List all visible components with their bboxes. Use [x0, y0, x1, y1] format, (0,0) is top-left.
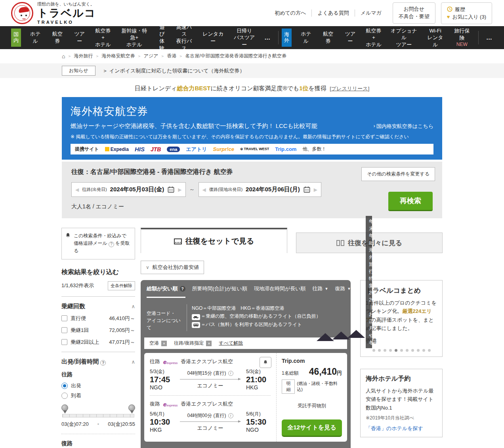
bell-icon	[263, 360, 268, 365]
nav-domestic-shinkansen-hotel[interactable]: 新幹線・特急+ ホテル	[115, 27, 153, 48]
nav-domestic-highway-bus[interactable]: 高速バス 夜行バス	[171, 24, 197, 51]
chevron-up-icon[interactable]: ∧	[131, 359, 135, 365]
chevron-down-icon: ∨	[146, 265, 149, 270]
return-departure-date: 5/6(月)	[150, 411, 174, 417]
change-conditions-button[interactable]: その他の検索条件を変更する	[361, 167, 435, 181]
nav-overseas-insurance[interactable]: 旅行保険 NEW	[449, 21, 475, 55]
breadcrumb-separator: ＞	[179, 53, 183, 59]
hotel-search-link[interactable]: 「香港」のホテルを探す	[366, 425, 423, 432]
nav-domestic-activity[interactable]: 遊び 体験	[153, 24, 171, 51]
travelko-home-link[interactable]: 理想の旅を、いちばん安く。 トラベルコ TRAVELKO	[11, 2, 96, 25]
outbound-duration: 04時間15分 (直行)	[187, 370, 226, 377]
sort-total-price[interactable]: 総額が安い順 ?	[147, 285, 185, 298]
checkbox[interactable]	[61, 327, 67, 333]
outbound-date-picker[interactable]: ◀ 往路(出発日) 2024年05月03日(金) ▶	[71, 182, 186, 197]
breadcrumb-overseas-travel[interactable]: 海外旅行	[74, 53, 93, 59]
return-cabin-class: エコノミー	[179, 425, 241, 432]
nav-domestic-rentacar[interactable]: レンタカー	[197, 31, 229, 44]
question-icon[interactable]: ?	[180, 286, 185, 292]
nav-domestic-flight[interactable]: 航空券	[46, 31, 69, 44]
remove-chip-icon[interactable]: ×	[161, 341, 167, 346]
radio[interactable]	[61, 393, 68, 399]
triangle-down-icon: ▼	[325, 287, 328, 291]
checkbox[interactable]	[61, 339, 67, 345]
info-icon[interactable]: i	[228, 371, 233, 376]
nav-divider	[278, 31, 279, 44]
filter-option-2stops[interactable]: 乗継2回以上 47,071円～	[61, 339, 135, 346]
calendar-icon[interactable]	[167, 186, 175, 193]
question-icon[interactable]: ?	[109, 242, 114, 247]
heart-icon: ♥	[447, 13, 450, 21]
filter-sidebar: この検索条件・絞込みで 価格追跡メール ? を受取る 検索結果を絞り込む 1/1…	[61, 228, 135, 448]
outbound-departure-airport: NGO	[150, 384, 174, 391]
breadcrumb-separator: ＞	[67, 53, 71, 59]
research-button[interactable]: 再検索	[388, 192, 433, 211]
nav-overseas-tour[interactable]: ツアー	[339, 31, 361, 44]
chevron-up-icon[interactable]: ∧	[131, 303, 135, 309]
nav-domestic-day-bus-tour[interactable]: 日帰り バスツアー	[229, 27, 260, 48]
sort-return-dropdown[interactable]: 復路 ▼	[335, 285, 351, 297]
price-alert-bell-button[interactable]	[260, 357, 271, 368]
filter-option-direct[interactable]: 直行便 46,410円～	[61, 315, 135, 322]
sort-duration[interactable]: 所要時間(合計)が短い順	[192, 285, 247, 297]
nav-tab-domestic[interactable]: 国内	[11, 29, 21, 47]
tab-set-view[interactable]: 往復をセットで見る	[141, 228, 287, 253]
prev-day-arrow-icon[interactable]: ◀	[202, 187, 206, 193]
checkbox[interactable]	[61, 315, 67, 321]
domestic-flights-link[interactable]: › 国内格安航空券はこちら	[373, 123, 433, 130]
header-link-mailmag[interactable]: メルマガ	[355, 10, 387, 17]
clear-all-chips-link[interactable]: すべて解除	[219, 340, 243, 347]
remove-chip-icon[interactable]: ×	[206, 341, 212, 346]
slider-track[interactable]	[62, 414, 134, 417]
airline-lowest-price-button[interactable]: ∨ 航空会社別の最安値	[141, 261, 204, 274]
nav-overseas-hotel[interactable]: ホテル	[295, 31, 317, 44]
nav-overseas-wifi[interactable]: Wi-Fi レンタル	[422, 27, 449, 48]
header-link-first-time[interactable]: 初めての方へ	[269, 10, 311, 17]
history-link[interactable]: 履歴	[447, 6, 486, 13]
favorites-link[interactable]: ♥ お気に入り (3)	[447, 13, 486, 21]
contact-button[interactable]: お問合せ 不具合・要望	[393, 2, 435, 24]
chip-label: 空港	[149, 340, 159, 347]
nav-domestic-flight-hotel[interactable]: 航空券+ ホテル	[91, 27, 115, 48]
price-detail-button[interactable]: 明細	[282, 379, 295, 394]
filter-option-label: 乗継1回	[71, 327, 89, 334]
view-all-sites-button[interactable]: 全12サイトを見る	[282, 419, 342, 437]
nav-domestic-hotel[interactable]: ホテル	[24, 31, 46, 44]
return-date-picker[interactable]: ◀ 復路(現地出発日) 2024年05月06日(月) ▶	[199, 182, 322, 197]
chip-label: 往路/復路指定	[174, 340, 204, 347]
outbound-time-slider[interactable]	[61, 403, 135, 419]
sort-stay-time[interactable]: 現地滞在時間が長い順	[254, 285, 306, 297]
nav-overseas-flight-hotel[interactable]: 航空券+ ホテル	[361, 27, 386, 48]
breadcrumb-asia[interactable]: アジア	[143, 53, 158, 59]
slider-handle-max[interactable]	[128, 404, 135, 411]
notice-link[interactable]: ＞ インボイス制度に対応した領収書について（海外航空券）	[103, 67, 245, 74]
next-day-arrow-icon[interactable]: ▶	[314, 187, 317, 193]
filter-option-1stop[interactable]: 乗継1回 72,005円～	[61, 327, 135, 334]
question-icon[interactable]: ?	[100, 360, 106, 366]
set-view-icon	[174, 238, 182, 244]
nav-overseas-optional-tour[interactable]: オプショナル ツアー	[386, 27, 422, 48]
prev-day-arrow-icon[interactable]: ◀	[75, 187, 79, 193]
nav-tab-overseas[interactable]: 海外	[282, 29, 292, 47]
press-release-link[interactable]: [プレスリリース]	[330, 86, 369, 92]
radio-selected[interactable]	[61, 383, 68, 389]
nav-domestic-tour[interactable]: ツアー	[69, 31, 91, 44]
home-icon[interactable]: ⌂	[62, 53, 65, 59]
price-alert-box[interactable]: この検索条件・絞込みで 価格追跡メール ? を受取る	[61, 228, 135, 259]
breadcrumb-cheap-flights[interactable]: 海外格安航空券	[101, 53, 135, 59]
sort-outbound-dropdown[interactable]: 往路 ▼	[313, 285, 328, 297]
outbound-arrive-radio[interactable]: 到着	[61, 392, 135, 399]
nav-more-overseas[interactable]: …	[482, 34, 497, 42]
nav-overseas-flight[interactable]: 航空券	[317, 31, 339, 44]
calendar-icon[interactable]	[303, 186, 311, 193]
outbound-depart-radio[interactable]: 出発	[61, 382, 135, 389]
slider-handle-min[interactable]	[61, 404, 68, 411]
breadcrumb-hongkong[interactable]: 香港	[167, 53, 176, 59]
next-day-arrow-icon[interactable]: ▶	[178, 187, 181, 193]
info-icon[interactable]: i	[228, 413, 233, 418]
clear-all-conditions-button[interactable]: 全条件解除	[108, 281, 135, 290]
header-link-faq[interactable]: よくある質問	[311, 10, 354, 17]
nav-more-domestic[interactable]: …	[260, 34, 275, 42]
return-duration: 04時間00分 (直行)	[187, 412, 226, 419]
carousel-dots[interactable]	[366, 349, 437, 352]
